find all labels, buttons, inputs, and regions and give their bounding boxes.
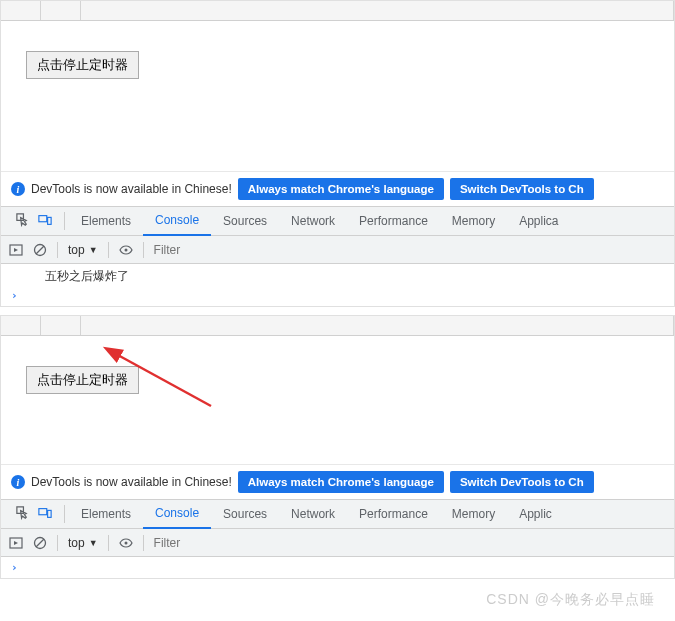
context-selector[interactable]: top▼ bbox=[68, 243, 98, 257]
context-selector[interactable]: top▼ bbox=[68, 536, 98, 550]
tab-memory[interactable]: Memory bbox=[440, 206, 507, 236]
svg-rect-1 bbox=[48, 217, 52, 224]
svg-rect-8 bbox=[48, 510, 52, 517]
svg-rect-0 bbox=[39, 215, 47, 221]
console-toolbar: top▼ bbox=[1, 236, 674, 264]
sidebar-toggle-icon[interactable] bbox=[9, 536, 23, 550]
console-prompt[interactable] bbox=[1, 559, 674, 576]
svg-line-4 bbox=[36, 246, 44, 254]
console-output bbox=[1, 557, 674, 578]
tab-network[interactable]: Network bbox=[279, 206, 347, 236]
devtools-tab-bar: Elements Console Sources Network Perform… bbox=[1, 206, 674, 236]
tab-performance[interactable]: Performance bbox=[347, 499, 440, 529]
devtools-info-bar: i DevTools is now available in Chinese! … bbox=[1, 464, 674, 499]
devtools-info-bar: i DevTools is now available in Chinese! … bbox=[1, 171, 674, 206]
devtools-tab-bar: Elements Console Sources Network Perform… bbox=[1, 499, 674, 529]
bookmark-grid-header bbox=[1, 1, 674, 21]
eye-icon[interactable] bbox=[119, 536, 133, 550]
tab-sources[interactable]: Sources bbox=[211, 499, 279, 529]
tab-elements[interactable]: Elements bbox=[69, 499, 143, 529]
page-content: 点击停止定时器 bbox=[1, 21, 674, 171]
info-text: DevTools is now available in Chinese! bbox=[31, 182, 232, 196]
svg-point-5 bbox=[124, 248, 127, 251]
match-language-button[interactable]: Always match Chrome's language bbox=[238, 178, 444, 200]
filter-input[interactable] bbox=[154, 243, 666, 257]
switch-devtools-button[interactable]: Switch DevTools to Ch bbox=[450, 471, 594, 493]
console-output: 五秒之后爆炸了 bbox=[1, 264, 674, 306]
tab-application[interactable]: Applica bbox=[507, 206, 570, 236]
info-icon: i bbox=[11, 182, 25, 196]
device-toggle-icon[interactable] bbox=[38, 506, 52, 523]
tab-application[interactable]: Applic bbox=[507, 499, 564, 529]
switch-devtools-button[interactable]: Switch DevTools to Ch bbox=[450, 178, 594, 200]
info-icon: i bbox=[11, 475, 25, 489]
bookmark-grid-header bbox=[1, 316, 674, 336]
page-content: 点击停止定时器 bbox=[1, 336, 674, 464]
tab-network[interactable]: Network bbox=[279, 499, 347, 529]
console-prompt[interactable] bbox=[1, 287, 674, 304]
clear-console-icon[interactable] bbox=[33, 243, 47, 257]
clear-console-icon[interactable] bbox=[33, 536, 47, 550]
log-message: 五秒之后爆炸了 bbox=[1, 266, 674, 287]
info-text: DevTools is now available in Chinese! bbox=[31, 475, 232, 489]
inspect-icon[interactable] bbox=[15, 505, 30, 523]
svg-line-11 bbox=[36, 539, 44, 547]
device-toggle-icon[interactable] bbox=[38, 213, 52, 230]
stop-timer-button[interactable]: 点击停止定时器 bbox=[26, 366, 139, 394]
inspect-icon[interactable] bbox=[15, 212, 30, 230]
filter-input[interactable] bbox=[154, 536, 666, 550]
svg-point-12 bbox=[124, 541, 127, 544]
svg-rect-7 bbox=[39, 508, 47, 514]
panel-2: 点击停止定时器 i DevTools is now available in C… bbox=[0, 315, 675, 579]
tab-elements[interactable]: Elements bbox=[69, 206, 143, 236]
tab-performance[interactable]: Performance bbox=[347, 206, 440, 236]
tab-memory[interactable]: Memory bbox=[440, 499, 507, 529]
console-toolbar: top▼ bbox=[1, 529, 674, 557]
watermark: CSDN @今晚务必早点睡 bbox=[0, 587, 675, 613]
tab-console[interactable]: Console bbox=[143, 206, 211, 236]
stop-timer-button[interactable]: 点击停止定时器 bbox=[26, 51, 139, 79]
eye-icon[interactable] bbox=[119, 243, 133, 257]
sidebar-toggle-icon[interactable] bbox=[9, 243, 23, 257]
panel-1: 点击停止定时器 i DevTools is now available in C… bbox=[0, 0, 675, 307]
match-language-button[interactable]: Always match Chrome's language bbox=[238, 471, 444, 493]
tab-sources[interactable]: Sources bbox=[211, 206, 279, 236]
tab-console[interactable]: Console bbox=[143, 499, 211, 529]
